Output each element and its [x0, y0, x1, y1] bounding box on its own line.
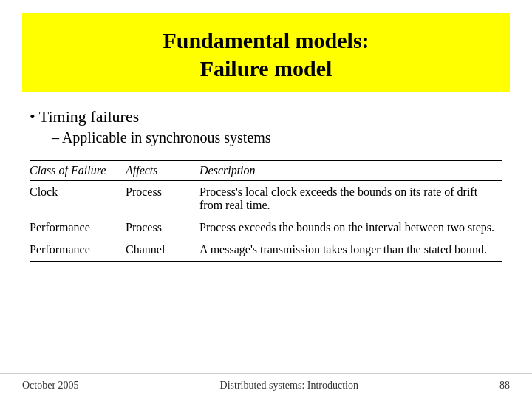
- row1-description: Process's local clock exceeds the bounds…: [200, 181, 502, 217]
- row3-class: Performance: [30, 239, 126, 262]
- title-line2: Failure model: [200, 56, 332, 81]
- title-line1: Fundamental models:: [163, 28, 369, 52]
- table-row: Performance Process Process exceeds the …: [30, 216, 502, 239]
- row2-class: Performance: [30, 216, 126, 239]
- footer-center-text: Distributed systems: Introduction: [79, 380, 499, 392]
- row1-class: Clock: [30, 181, 126, 217]
- header-description: Description: [200, 160, 502, 181]
- slide: Fundamental models: Failure model • Timi…: [0, 0, 532, 399]
- row3-description: A message's transmission takes longer th…: [200, 239, 502, 262]
- row2-affects: Process: [126, 216, 200, 239]
- bullet-timing-failures: • Timing failures: [30, 107, 502, 126]
- content-area: • Timing failures – Applicable in synchr…: [0, 92, 532, 373]
- table-row: Clock Process Process's local clock exce…: [30, 181, 502, 217]
- header-class: Class of Failure: [30, 160, 126, 181]
- footer-page-number: 88: [499, 380, 510, 392]
- row1-affects: Process: [126, 181, 200, 217]
- row3-affects: Channel: [126, 239, 200, 262]
- table-section: Class of Failure Affects Description Clo…: [30, 160, 502, 262]
- failure-table: Class of Failure Affects Description Clo…: [30, 160, 502, 262]
- sub-bullet-synchronous: – Applicable in synchronous systems: [52, 129, 502, 146]
- footer-date: October 2005: [22, 380, 79, 392]
- table-header-row: Class of Failure Affects Description: [30, 160, 502, 181]
- slide-footer: October 2005 Distributed systems: Introd…: [0, 373, 532, 399]
- row2-description: Process exceeds the bounds on the interv…: [200, 216, 502, 239]
- header-affects: Affects: [126, 160, 200, 181]
- table-row: Performance Channel A message's transmis…: [30, 239, 502, 262]
- title-area: Fundamental models: Failure model: [22, 13, 510, 92]
- slide-title: Fundamental models: Failure model: [52, 27, 480, 82]
